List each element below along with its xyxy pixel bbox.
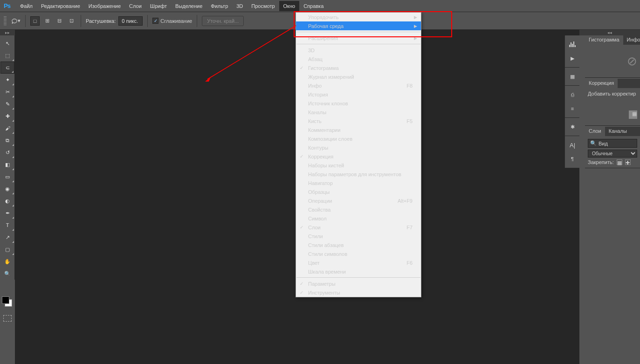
tool-dodge[interactable]: ◐	[0, 195, 14, 207]
menu-item-Композиции слоев[interactable]: Композиции слоев	[296, 134, 421, 143]
tool-shape[interactable]: ▢	[0, 243, 14, 255]
tool-eyedropper[interactable]: ✎	[0, 98, 14, 110]
lock-pixels-icon[interactable]: ▦	[617, 159, 622, 165]
menu-Просмотр[interactable]: Просмотр	[247, 1, 279, 11]
menu-Фильтр[interactable]: Фильтр	[206, 1, 232, 11]
antialias-checkbox[interactable]: ✓Сглаживание	[152, 18, 192, 24]
quickmask-icon[interactable]	[3, 315, 12, 322]
menu-item-Свойства[interactable]: Свойства	[296, 205, 421, 214]
menu-3D[interactable]: 3D	[232, 1, 247, 11]
tool-lasso[interactable]: ⊂	[0, 62, 14, 74]
tool-text[interactable]: T	[0, 219, 14, 231]
sel-sub-icon[interactable]: ⊟	[55, 16, 64, 26]
tool-blur[interactable]: ◉	[0, 183, 14, 195]
panels-collapse[interactable]: ◂◂	[579, 30, 640, 35]
tab-layers[interactable]: Слои	[585, 127, 605, 136]
sel-new-icon[interactable]: □	[30, 16, 40, 26]
menu-Файл[interactable]: Файл	[16, 1, 37, 11]
menu-item-Шкала времени[interactable]: Шкала времени	[296, 267, 421, 276]
layers-panel: СлоиКаналы 🔍Вид Обычные Закрепить:▦✚	[585, 127, 640, 168]
tool-stamp[interactable]: ⧉	[0, 134, 14, 146]
menu-item-Операции[interactable]: ОперацииAlt+F9	[296, 196, 421, 205]
menu-Изображение[interactable]: Изображение	[84, 1, 125, 11]
tab-info[interactable]: Инфо	[623, 35, 640, 45]
menu-item-Журнал измерений[interactable]: Журнал измерений	[296, 72, 421, 81]
tool-brush[interactable]: 🖌	[0, 122, 14, 134]
tool-wand[interactable]: ✦	[0, 74, 14, 86]
tab-channels[interactable]: Каналы	[605, 127, 631, 136]
toolbox: ↖⬚⊂✦✂✎✚🖌⧉↺◧▭◉◐✒T↗▢✋🔍	[0, 35, 15, 280]
menu-item-Рабочая среда[interactable]: Рабочая среда▶	[296, 21, 421, 30]
sel-intersect-icon[interactable]: ⊡	[67, 16, 76, 26]
menu-Выделение[interactable]: Выделение	[171, 1, 206, 11]
menu-Шрифт[interactable]: Шрифт	[146, 1, 171, 11]
menu-item-Параметры[interactable]: ✓Параметры	[296, 279, 421, 288]
histogram-panel: ГистограммаИнфо ⊘	[585, 35, 640, 78]
sel-add-icon[interactable]: ⊞	[42, 16, 52, 26]
menu-item-Абзац[interactable]: Абзац	[296, 55, 421, 63]
search-icon: 🔍	[590, 140, 597, 146]
menu-item-Расширения: Расширения▶	[296, 34, 421, 42]
tool-pen[interactable]: ✒	[0, 207, 14, 219]
styles-dock-icon[interactable]: ✱	[565, 120, 580, 134]
refine-edge-button[interactable]: Уточн. край...	[202, 16, 244, 26]
menu-item-Коррекция[interactable]: ✓Коррекция	[296, 152, 421, 161]
histogram-dock-icon[interactable]	[565, 37, 580, 51]
adjustments-dock-icon[interactable]: ≡	[565, 102, 580, 116]
separator	[81, 15, 81, 27]
menu-item-Навигатор[interactable]: Навигатор	[296, 179, 421, 187]
tool-heal[interactable]: ✚	[0, 110, 14, 122]
tab-adjustments[interactable]: Коррекция	[585, 79, 618, 88]
menu-item-Контуры[interactable]: Контуры	[296, 143, 421, 152]
menu-item-3D[interactable]: 3D	[296, 46, 421, 55]
toolbox-collapse[interactable]: ▸▸	[0, 30, 15, 35]
menu-item-Источник клонов[interactable]: Источник клонов	[296, 99, 421, 108]
tool-crop[interactable]: ✂	[0, 86, 14, 98]
menu-Справка[interactable]: Справка	[299, 1, 328, 11]
layers-filter[interactable]: 🔍Вид	[588, 139, 637, 148]
menu-item-Кисть[interactable]: КистьF5	[296, 117, 421, 125]
menubar: Ps ФайлРедактированиеИзображениеСлоиШриф…	[0, 0, 640, 12]
tool-path[interactable]: ↗	[0, 231, 14, 243]
tool-marquee[interactable]: ⬚	[0, 49, 14, 62]
menu-item-Каналы[interactable]: Каналы	[296, 108, 421, 117]
menu-item-Комментарии[interactable]: Комментарии	[296, 125, 421, 134]
lock-position-icon[interactable]: ✚	[625, 159, 631, 165]
feather-input[interactable]	[118, 16, 143, 26]
menu-item-Цвет[interactable]: ЦветF6	[296, 258, 421, 267]
swatch-icon[interactable]: ▦	[629, 110, 637, 119]
menu-item-История[interactable]: История	[296, 90, 421, 99]
menu-item-Гистограмма[interactable]: ✓Гистограмма	[296, 63, 421, 72]
menu-Слои[interactable]: Слои	[125, 1, 146, 11]
libraries-dock-icon[interactable]: ⎙	[565, 88, 580, 102]
menu-item-Инфо[interactable]: ИнфоF8	[296, 81, 421, 90]
menu-Окно[interactable]: Окно	[279, 1, 300, 11]
lasso-icon[interactable]: ▾	[11, 16, 21, 26]
tool-hand[interactable]: ✋	[0, 255, 14, 268]
menu-item-Образцы[interactable]: Образцы	[296, 187, 421, 196]
menu-item-Стили символов[interactable]: Стили символов	[296, 249, 421, 258]
menu-item-Символ[interactable]: Символ	[296, 214, 421, 223]
blend-mode-select[interactable]: Обычные	[588, 150, 637, 158]
navigator-dock-icon[interactable]: ▶	[565, 51, 580, 65]
menu-Редактирование[interactable]: Редактирование	[37, 1, 84, 11]
menu-item-Наборы параметров для инструментов[interactable]: Наборы параметров для инструментов	[296, 170, 421, 179]
menu-item-Наборы кистей[interactable]: Наборы кистей	[296, 161, 421, 170]
tab-histogram[interactable]: Гистограмма	[585, 35, 623, 45]
character-dock-icon[interactable]: A|	[565, 138, 580, 152]
tool-gradient[interactable]: ▭	[0, 171, 14, 183]
tool-zoom[interactable]: 🔍	[0, 268, 14, 280]
menu-item-Стили[interactable]: Стили	[296, 232, 421, 240]
adjustments-panel: Коррекция Добавить корректир ▦	[585, 79, 640, 126]
menu-item-Упорядочить[interactable]: Упорядочить▶	[296, 13, 421, 21]
swatches-dock-icon[interactable]: ▦	[565, 69, 580, 83]
paragraph-dock-icon[interactable]: ¶	[565, 152, 580, 166]
tool-eraser[interactable]: ◧	[0, 158, 14, 171]
tool-move[interactable]: ↖	[0, 37, 14, 49]
menu-item-Слои[interactable]: ✓СлоиF7	[296, 223, 421, 232]
menu-item-Инструменты[interactable]: ✓Инструменты	[296, 288, 421, 297]
color-swatches[interactable]	[2, 296, 13, 308]
tool-history[interactable]: ↺	[0, 146, 14, 158]
separator	[25, 15, 26, 27]
menu-item-Стили абзацев[interactable]: Стили абзацев	[296, 240, 421, 249]
